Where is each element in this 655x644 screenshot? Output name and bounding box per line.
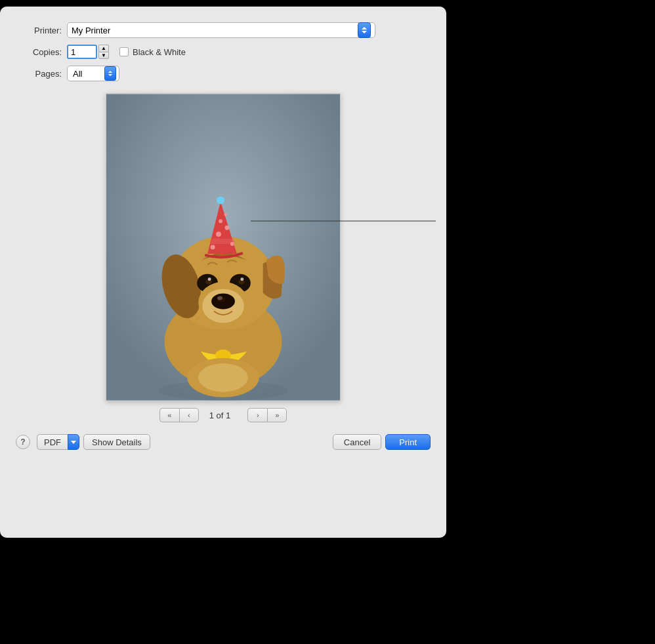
pages-value: All [73,69,104,79]
svg-point-17 [216,231,221,237]
svg-point-18 [224,226,229,230]
pages-select[interactable]: All [67,66,119,81]
black-white-wrapper: Black & White [119,47,186,57]
copies-row: Copies: ▲ ▼ Black & White [16,45,431,59]
help-button[interactable]: ? [16,435,30,449]
printer-row: Printer: My Printer [16,22,431,38]
page-count: 1 of 1 [209,411,231,420]
pdf-dropdown-button[interactable] [68,434,79,450]
pages-row: Pages: All [16,66,431,81]
pages-spinner-down-icon [108,74,112,76]
copies-label: Copies: [16,47,62,57]
page-nav: « ‹ 1 of 1 › » [159,408,287,422]
printer-spinner-down-icon [362,31,367,33]
svg-point-8 [208,277,211,281]
printer-label: Printer: [16,26,62,35]
svg-point-26 [198,363,248,392]
pdf-button[interactable]: PDF [37,434,68,450]
printer-select[interactable]: My Printer [67,22,375,38]
pdf-dropdown-icon [71,441,76,444]
print-dialog: Printer: My Printer Copies: ▲ ▼ Black & … [0,7,446,538]
preview-image [106,94,340,401]
show-details-button[interactable]: Show Details [83,434,150,450]
black-white-checkbox[interactable] [119,47,129,56]
last-page-button[interactable]: » [267,408,287,422]
printer-spinner-up-icon [362,27,367,30]
pages-label: Pages: [16,69,62,79]
svg-point-11 [240,277,243,281]
next-page-button[interactable]: › [247,408,267,422]
printer-spinner[interactable] [358,22,371,38]
svg-point-19 [219,219,222,223]
svg-point-22 [230,242,234,246]
pages-spinner[interactable] [104,66,116,81]
copies-stepper: ▲ ▼ [98,45,109,59]
copies-stepper-up[interactable]: ▲ [98,45,109,52]
copies-input[interactable] [67,45,97,59]
svg-point-23 [217,196,224,204]
first-page-button[interactable]: « [159,408,179,422]
cancel-button[interactable]: Cancel [333,434,381,450]
preview-container: « ‹ 1 of 1 › » [16,93,431,422]
black-white-label: Black & White [133,47,186,57]
svg-point-20 [224,213,227,216]
print-button[interactable]: Print [385,434,431,450]
svg-point-16 [217,296,222,300]
prev-page-button[interactable]: ‹ [179,408,199,422]
preview-frame [106,93,341,401]
copies-stepper-down[interactable]: ▼ [98,52,109,59]
bottom-bar: ? PDF Show Details Cancel Print [16,434,431,450]
pdf-group: PDF [37,434,79,450]
pages-spinner-up-icon [108,71,112,73]
svg-point-21 [211,245,215,250]
printer-value: My Printer [72,26,358,35]
